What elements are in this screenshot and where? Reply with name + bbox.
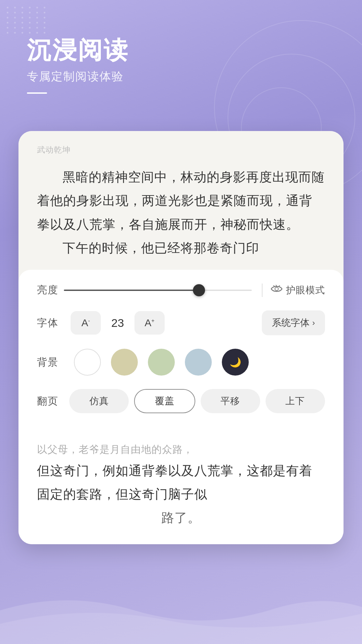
font-label: 字体 — [37, 316, 64, 330]
svg-point-0 — [275, 287, 278, 291]
header-divider — [27, 92, 47, 94]
page-cover-button[interactable]: 覆盖 — [134, 389, 195, 413]
reading-area-bottom: 以父母，老爷是月自由地的众路， 但这奇门，例如通背拳以及八荒掌，这都是有着固定的… — [18, 440, 344, 544]
brightness-label: 亮度 — [37, 283, 64, 297]
reading-para-bottom2: 路了。 — [37, 506, 325, 527]
reading-text-main: 黑暗的精神空间中，林动的身影再度出现而随着他的身影出现，两道光影也是紧随而现，通… — [37, 165, 325, 260]
settings-panel: 亮度 — [18, 270, 344, 440]
eye-protect-label: 护眼模式 — [286, 284, 325, 297]
bg-dark-button[interactable]: 🌙 — [222, 349, 249, 376]
reading-text-bottom: 以父母，老爷是月自由地的众路， 但这奇门，例如通背拳以及八荒掌，这都是有着固定的… — [37, 440, 325, 527]
font-family-label: 系统字体 — [272, 316, 310, 329]
slider-thumb[interactable] — [193, 284, 205, 296]
bottom-wave-decoration — [0, 584, 362, 644]
font-family-button[interactable]: 系统字体 › — [262, 310, 325, 335]
slider-track[interactable] — [64, 290, 252, 291]
chevron-right-icon: › — [312, 318, 315, 328]
font-row: 字体 A- 23 A+ 系统字体 › — [37, 310, 325, 335]
bg-green-button[interactable] — [148, 349, 175, 376]
slider-fill — [64, 290, 199, 291]
reading-text-blur: 以父母，老爷是月自由地的众路， — [37, 440, 325, 459]
moon-icon: 🌙 — [230, 357, 241, 368]
bg-blue-button[interactable] — [185, 349, 212, 376]
page-title: 沉浸阅读 — [27, 37, 129, 63]
font-size-value: 23 — [108, 316, 128, 330]
font-increase-icon: A+ — [145, 317, 154, 329]
page-scroll-button[interactable]: 上下 — [266, 389, 325, 413]
header: 沉浸阅读 专属定制阅读体验 — [27, 37, 129, 94]
brightness-row: 亮度 — [37, 283, 325, 297]
eye-protect-toggle[interactable]: 护眼模式 — [271, 284, 325, 297]
main-card: 武动乾坤 黑暗的精神空间中，林动的身影再度出现而随着他的身影出现，两道光影也是紧… — [18, 131, 344, 544]
page-turn-row: 翻页 仿真 覆盖 平移 上下 — [37, 389, 325, 413]
reading-area: 武动乾坤 黑暗的精神空间中，林动的身影再度出现而随着他的身影出现，两道光影也是紧… — [18, 131, 344, 270]
reading-para1: 黑暗的精神空间中，林动的身影再度出现而随着他的身影出现，两道光影也是紧随而现，通… — [37, 165, 325, 236]
bg-label: 背景 — [37, 355, 64, 369]
page-label: 翻页 — [37, 394, 64, 408]
book-title: 武动乾坤 — [37, 144, 325, 155]
page-simulated-button[interactable]: 仿真 — [69, 389, 129, 413]
bg-beige-button[interactable] — [111, 349, 138, 376]
page-slide-button[interactable]: 平移 — [201, 389, 260, 413]
reading-para-bottom1: 但这奇门，例如通背拳以及八荒掌，这都是有着固定的套路，但这奇门脑子似 — [37, 459, 325, 506]
font-decrease-icon: A- — [81, 317, 90, 329]
page-subtitle: 专属定制阅读体验 — [27, 69, 129, 84]
eye-icon — [271, 285, 283, 295]
background-row: 背景 🌙 — [37, 349, 325, 376]
brightness-slider[interactable] — [64, 290, 252, 291]
font-decrease-button[interactable]: A- — [71, 311, 101, 335]
reading-para2: 下午的时候，他已经将那卷奇门印 — [37, 236, 325, 260]
bg-white-button[interactable] — [74, 349, 101, 376]
divider — [262, 284, 263, 297]
font-increase-button[interactable]: A+ — [134, 311, 165, 335]
dot-grid-decoration — [7, 7, 48, 34]
